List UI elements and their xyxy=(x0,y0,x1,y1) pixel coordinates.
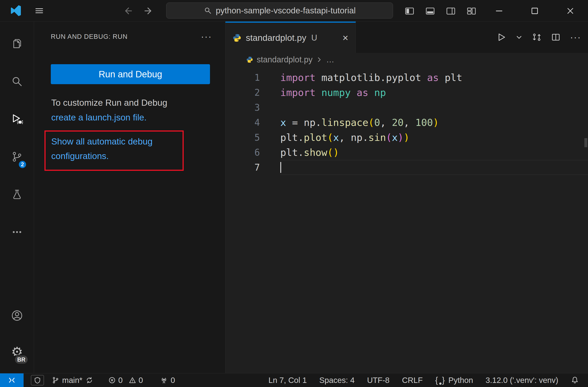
window-minimize-button[interactable] xyxy=(481,0,517,22)
search-icon xyxy=(11,76,23,87)
notifications-bell-icon[interactable] xyxy=(571,376,579,384)
line-number: 3 xyxy=(225,102,260,113)
breadcrumb-file[interactable]: standardplot.py xyxy=(257,55,313,64)
remote-indicator[interactable] xyxy=(0,373,23,387)
toggle-panel-icon[interactable] xyxy=(425,6,435,16)
breadcrumb: standardplot.py … xyxy=(225,53,588,66)
warning-count: 0 xyxy=(139,376,143,385)
encoding-item[interactable]: UTF-8 xyxy=(367,376,390,385)
window-close-button[interactable] xyxy=(552,0,588,22)
search-value: python-sample-vscode-fastapi-tutorial xyxy=(216,6,356,15)
navigate-back-icon[interactable] xyxy=(123,6,133,16)
command-center-search[interactable]: python-sample-vscode-fastapi-tutorial xyxy=(166,2,393,19)
line-number: 2 xyxy=(225,87,260,98)
tab-standardplot[interactable]: standardplot.py U × xyxy=(225,22,356,53)
source-control-badge: 2 xyxy=(18,160,27,169)
branch-icon xyxy=(52,376,59,384)
warning-icon xyxy=(128,376,136,384)
radio-tower-icon xyxy=(160,376,168,384)
split-editor-icon[interactable] xyxy=(551,32,561,42)
activity-source-control[interactable]: 2 xyxy=(0,138,34,175)
sidebar-title: RUN AND DEBUG: RUN xyxy=(51,33,128,40)
ellipsis-icon xyxy=(11,226,23,238)
workspace-trust-badge[interactable] xyxy=(31,375,44,386)
python-file-icon xyxy=(246,56,253,63)
activity-bar: 2 xyxy=(0,22,34,373)
editor-group: standardplot.py U × xyxy=(225,22,588,373)
run-and-debug-button[interactable]: Run and Debug xyxy=(51,64,210,84)
python-file-icon xyxy=(233,34,241,42)
status-bar: main* 0 0 xyxy=(0,373,588,387)
ports-count: 0 xyxy=(170,376,175,385)
editor-more-actions-icon[interactable]: ··· xyxy=(570,33,581,42)
tab-label: standardplot.py xyxy=(246,33,306,43)
activity-more[interactable] xyxy=(0,213,34,251)
open-changes-icon[interactable] xyxy=(532,32,542,42)
activity-search[interactable] xyxy=(0,63,34,100)
line-number: 6 xyxy=(225,147,260,158)
braces-icon: { } xyxy=(435,375,446,385)
code-line[interactable]: 6plt.show() xyxy=(225,145,588,160)
line-number: 7 xyxy=(225,162,260,173)
code-line[interactable]: 7 xyxy=(225,160,588,175)
create-launch-json-link[interactable]: create a launch.json file. xyxy=(51,110,167,125)
run-debug-sidebar: RUN AND DEBUG: RUN ··· Run and Debug To … xyxy=(34,22,225,373)
activity-testing[interactable] xyxy=(0,175,34,213)
sidebar-more-actions-icon[interactable]: ··· xyxy=(201,32,212,41)
eol-item[interactable]: CRLF xyxy=(402,376,423,385)
problems-item[interactable]: 0 0 xyxy=(108,376,147,385)
error-count: 0 xyxy=(118,376,123,385)
run-python-file-icon[interactable] xyxy=(497,32,506,42)
tab-close-icon[interactable]: × xyxy=(342,33,348,43)
python-interpreter-item[interactable]: 3.12.0 ('.venv': venv) xyxy=(485,376,558,385)
language-name: Python xyxy=(448,376,473,385)
chevron-right-icon xyxy=(316,57,322,63)
code-line[interactable]: 4x = np.linspace(0, 20, 100) xyxy=(225,115,588,130)
account-icon xyxy=(11,309,23,322)
code-line[interactable]: 5plt.plot(x, np.sin(x)) xyxy=(225,130,588,145)
activity-account[interactable] xyxy=(0,297,34,334)
activity-explorer[interactable] xyxy=(0,25,34,63)
cursor-position-item[interactable]: Ln 7, Col 1 xyxy=(269,376,307,385)
vscode-logo-icon xyxy=(10,5,21,16)
navigate-forward-icon[interactable] xyxy=(143,6,154,16)
code-lines: 1import matplotlib.pyplot as plt2import … xyxy=(225,66,588,175)
toggle-sidebar-left-icon[interactable] xyxy=(404,6,415,16)
sync-icon[interactable] xyxy=(85,376,93,384)
code-line[interactable]: 2import numpy as np xyxy=(225,85,588,100)
breadcrumb-symbol-ellipsis[interactable]: … xyxy=(326,55,334,64)
line-number: 4 xyxy=(225,117,260,128)
code-line[interactable]: 1import matplotlib.pyplot as plt xyxy=(225,70,588,85)
shield-icon xyxy=(34,377,41,384)
run-dropdown-chevron-icon[interactable] xyxy=(516,34,523,41)
branch-name: main* xyxy=(62,376,82,385)
line-number: 5 xyxy=(225,132,260,143)
beaker-icon xyxy=(11,189,23,200)
git-branch-item[interactable]: main* xyxy=(52,376,82,385)
menu-hamburger-icon[interactable] xyxy=(34,5,44,16)
tab-git-status: U xyxy=(311,33,317,43)
run-debug-icon xyxy=(11,113,23,125)
profile-badge: BR xyxy=(14,355,29,365)
activity-settings[interactable]: ⚙ BR xyxy=(0,334,34,370)
customize-hint-text: To customize Run and Debug xyxy=(51,95,167,110)
code-line[interactable]: 3 xyxy=(225,100,588,115)
remote-icon xyxy=(8,376,16,384)
ports-item[interactable]: 0 xyxy=(160,376,175,385)
files-icon xyxy=(11,38,23,50)
window-maximize-button[interactable] xyxy=(517,0,552,22)
activity-run-and-debug[interactable] xyxy=(0,100,34,138)
tab-strip: standardplot.py U × xyxy=(225,22,588,53)
line-number: 1 xyxy=(225,72,260,83)
language-item[interactable]: { } Python xyxy=(435,375,473,385)
indentation-item[interactable]: Spaces: 4 xyxy=(319,376,355,385)
vscode-window: python-sample-vscode-fastapi-tutorial xyxy=(0,0,588,387)
show-auto-debug-configs-link[interactable]: Show all automatic debug configurations. xyxy=(51,134,183,163)
text-cursor xyxy=(280,162,281,173)
title-bar: python-sample-vscode-fastapi-tutorial xyxy=(0,0,588,22)
toggle-sidebar-right-icon[interactable] xyxy=(446,6,456,16)
customize-layout-icon[interactable] xyxy=(466,6,477,16)
error-icon xyxy=(108,376,116,384)
overview-ruler-marker xyxy=(584,138,587,147)
search-icon xyxy=(204,6,212,15)
